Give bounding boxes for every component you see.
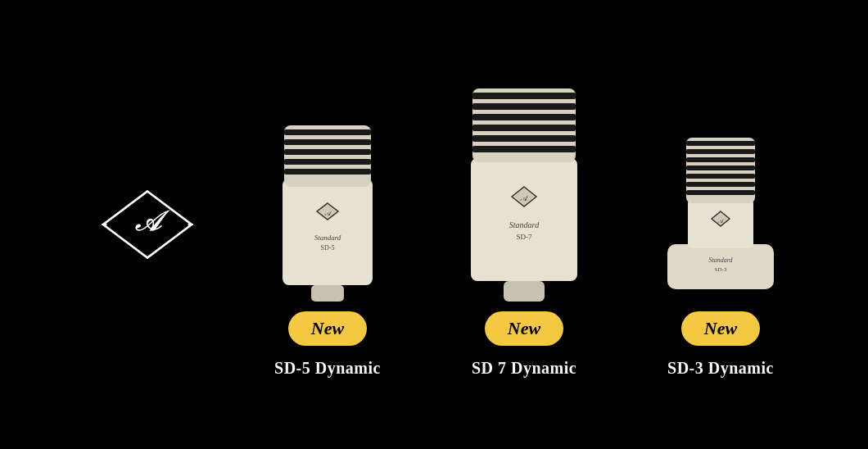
- main-container: 𝒜 𝒜 Standard: [0, 0, 868, 449]
- svg-rect-21: [472, 125, 576, 131]
- svg-text:Standard: Standard: [708, 256, 733, 264]
- svg-rect-35: [686, 166, 755, 170]
- svg-rect-16: [471, 158, 577, 281]
- svg-rect-15: [311, 285, 344, 302]
- sd3-mic-icon: 𝒜 Standard SD-3: [663, 129, 778, 302]
- svg-rect-7: [284, 139, 371, 145]
- svg-rect-6: [284, 129, 371, 135]
- sd5-new-badge: New: [288, 311, 367, 346]
- sd7-mic-wrapper: 𝒜 Standard SD-7: [454, 72, 594, 302]
- sd7-product-section: 𝒜 Standard SD-7 New SD 7 Dynamic: [434, 72, 614, 378]
- sd3-new-badge: New: [681, 311, 760, 346]
- svg-text:Standard: Standard: [314, 234, 341, 242]
- sd7-mic-icon: 𝒜 Standard SD-7: [454, 80, 594, 302]
- sd5-product-name: SD-5 Dynamic: [274, 359, 381, 378]
- svg-text:𝒜: 𝒜: [135, 206, 170, 236]
- ua-logo-icon: 𝒜: [94, 188, 201, 261]
- svg-rect-18: [472, 93, 576, 99]
- svg-rect-28: [504, 281, 545, 302]
- svg-rect-22: [472, 135, 576, 142]
- svg-text:Standard: Standard: [509, 220, 540, 229]
- svg-rect-20: [472, 114, 576, 120]
- sd7-product-name: SD 7 Dynamic: [472, 359, 576, 378]
- svg-rect-8: [284, 149, 371, 155]
- svg-rect-36: [686, 174, 755, 179]
- svg-rect-33: [686, 149, 755, 154]
- svg-rect-37: [686, 182, 755, 187]
- sd3-product-name: SD-3 Dynamic: [667, 359, 774, 378]
- sd3-mic-wrapper: 𝒜 Standard SD-3: [663, 72, 778, 302]
- sd7-new-badge: New: [485, 311, 563, 346]
- svg-rect-32: [686, 141, 755, 146]
- sd5-mic-icon: 𝒜 Standard SD-5: [266, 113, 389, 302]
- logo-section: 𝒜: [66, 188, 229, 261]
- sd5-product-section: 𝒜 Standard SD-5 New SD-5 Dynamic: [246, 72, 409, 378]
- svg-rect-4: [283, 179, 373, 285]
- svg-rect-38: [686, 190, 755, 195]
- svg-text:SD-3: SD-3: [715, 266, 727, 273]
- sd3-product-section: 𝒜 Standard SD-3 New SD-3 Dynamic: [639, 72, 802, 378]
- svg-text:SD-5: SD-5: [321, 244, 335, 252]
- svg-rect-9: [284, 159, 371, 165]
- svg-rect-23: [472, 146, 576, 152]
- svg-rect-10: [284, 169, 371, 175]
- svg-text:SD-7: SD-7: [516, 233, 532, 241]
- sd5-mic-wrapper: 𝒜 Standard SD-5: [266, 72, 389, 302]
- svg-rect-34: [686, 157, 755, 162]
- svg-rect-19: [472, 103, 576, 110]
